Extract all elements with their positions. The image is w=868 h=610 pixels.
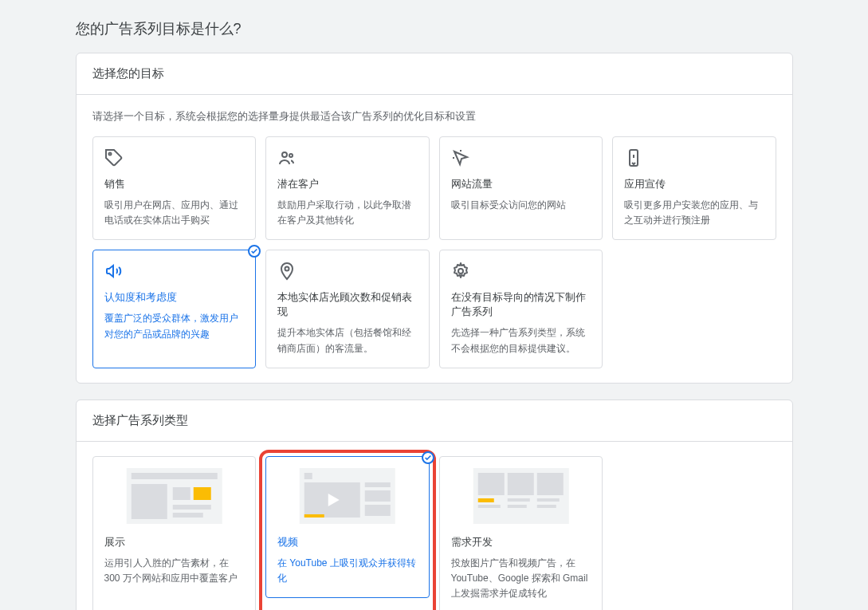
svg-rect-17 [304,514,324,518]
goal-title: 潜在客户 [277,177,418,191]
goal-desc: 吸引用户在网店、应用内、通过电话或在实体店出手购买 [104,198,245,228]
goal-desc: 覆盖广泛的受众群体，激发用户对您的产品或品牌的兴趣 [104,311,245,341]
goal-desc: 提升本地实体店（包括餐馆和经销商店面）的客流量。 [277,325,418,356]
type-title: 视频 [277,535,418,549]
goal-title: 网站流量 [451,177,591,191]
svg-rect-19 [365,490,391,502]
page-title: 您的广告系列目标是什么? [76,19,793,38]
types-panel: 选择广告系列类型 展示 [76,399,793,610]
goal-title: 认知度和考虑度 [104,290,245,305]
goal-desc: 鼓励用户采取行动，以此争取潜在客户及其他转化 [277,198,418,228]
cursor-icon [451,148,470,167]
types-panel-header: 选择广告系列类型 [77,400,792,442]
svg-rect-30 [536,505,556,508]
goal-desc: 吸引更多用户安装您的应用、与之互动并进行预注册 [624,198,764,228]
type-desc: 在 YouTube 上吸引观众并获得转化 [277,556,418,586]
video-preview-icon [277,468,418,524]
svg-rect-20 [365,505,391,516]
goal-card-none[interactable]: 在没有目标导向的情况下制作广告系列 先选择一种广告系列类型，系统不会根据您的目标… [439,250,603,368]
svg-point-0 [108,153,111,155]
goal-card-traffic[interactable]: 网站流量 吸引目标受众访问您的网站 [439,136,603,240]
svg-rect-27 [507,498,529,502]
goal-title: 销售 [104,177,245,191]
gear-icon [451,262,470,281]
svg-rect-7 [131,473,217,479]
goal-title: 在没有目标导向的情况下制作广告系列 [451,290,591,319]
display-preview-icon [104,468,245,524]
type-card-video-highlight: 视频 在 YouTube 上吸引观众并获得转化 [259,450,436,610]
goal-desc: 吸引目标受众访问您的网站 [451,198,591,213]
goals-subtitle: 请选择一个目标，系统会根据您的选择量身提供最适合该广告系列的优化目标和设置 [92,109,776,124]
svg-point-2 [289,154,293,157]
type-title: 展示 [104,535,245,549]
svg-rect-11 [172,505,210,510]
svg-rect-28 [507,505,526,508]
goals-panel: 选择您的目标 请选择一个目标，系统会根据您的选择量身提供最适合该广告系列的优化目… [76,53,793,384]
goal-desc: 先选择一种广告系列类型，系统不会根据您的目标提供建议。 [451,325,591,356]
svg-rect-8 [131,484,167,519]
goal-title: 本地实体店光顾次数和促销表现 [277,290,418,319]
pin-icon [277,262,297,281]
type-desc: 投放图片广告和视频广告，在 YouTube、Google 探索和 Gmail 上… [451,556,591,602]
goals-panel-header: 选择您的目标 [77,53,792,95]
svg-rect-25 [477,498,493,502]
check-icon [422,451,434,464]
people-icon [277,148,297,167]
phone-icon [624,148,643,167]
demand-preview-icon [451,468,591,524]
svg-rect-12 [172,513,202,518]
type-desc: 运用引人入胜的广告素材，在 300 万个网站和应用中覆盖客户 [104,556,245,586]
type-title: 需求开发 [451,535,591,549]
svg-rect-23 [507,473,533,495]
tag-icon [104,148,124,167]
svg-rect-10 [193,487,210,500]
check-icon [248,245,261,258]
goal-card-leads[interactable]: 潜在客户 鼓励用户采取行动，以此争取潜在客户及其他转化 [265,136,430,240]
svg-rect-22 [477,473,504,495]
svg-rect-14 [304,473,312,479]
svg-point-5 [458,269,463,274]
type-card-display[interactable]: 展示 运用引人入胜的广告素材，在 300 万个网站和应用中覆盖客户 [92,456,257,610]
goal-card-sales[interactable]: 销售 吸引用户在网店、应用内、通过电话或在实体店出手购买 [92,136,257,240]
svg-rect-24 [536,473,563,495]
goal-title: 应用宣传 [624,177,764,191]
svg-rect-9 [172,487,190,500]
svg-point-4 [285,267,289,271]
goal-card-awareness[interactable]: 认知度和考虑度 覆盖广泛的受众群体，激发用户对您的产品或品牌的兴趣 [92,250,257,368]
megaphone-icon [104,262,124,281]
goal-card-local[interactable]: 本地实体店光顾次数和促销表现 提升本地实体店（包括餐馆和经销商店面）的客流量。 [265,250,430,368]
type-card-video[interactable]: 视频 在 YouTube 上吸引观众并获得转化 [265,456,430,598]
goal-card-app[interactable]: 应用宣传 吸引更多用户安装您的应用、与之互动并进行预注册 [612,136,776,240]
type-card-demand[interactable]: 需求开发 投放图片广告和视频广告，在 YouTube、Google 探索和 Gm… [439,456,603,610]
svg-rect-26 [477,505,500,508]
svg-rect-29 [536,498,559,502]
svg-point-1 [282,152,287,157]
svg-rect-18 [365,482,391,487]
